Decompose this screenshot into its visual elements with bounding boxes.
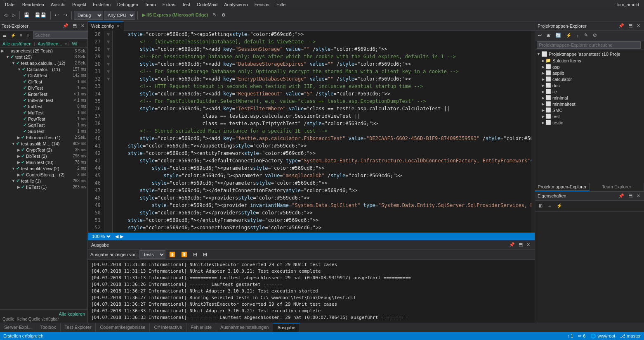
toolbar-btn-forward[interactable]: ▷ xyxy=(10,11,17,19)
list-item[interactable]: ▼ ✔ test.asp.calcula... (12) 2 Sek. xyxy=(0,60,87,66)
tab-webconfig[interactable]: Web.config ✕ xyxy=(88,21,124,31)
fold-btn[interactable]: ▼ xyxy=(104,53,112,60)
scrollbar-vertical[interactable] xyxy=(531,31,535,233)
fold-btn[interactable]: ▼ xyxy=(104,31,112,38)
test-toolbar-btn-1[interactable]: ☰ xyxy=(1,32,8,38)
list-item[interactable]: ▶ ✔ DbTest (2) 796 ms xyxy=(0,153,87,159)
list-item[interactable]: ✔ DivTest 1 ms xyxy=(0,85,87,91)
toolbar-btn-undo[interactable]: ↩ xyxy=(53,11,61,19)
list-item[interactable]: ▼ ✔ test (29) 3 Sek. xyxy=(0,54,87,60)
list-item[interactable]: ✔ PowTest 1 ms xyxy=(0,116,87,122)
list-item[interactable]: ▶ ✔ MainTest (10) 78 ms xyxy=(0,159,87,165)
sol-close-icon[interactable]: ✕ xyxy=(635,23,642,29)
prop-float-icon[interactable]: ⬒ xyxy=(627,193,634,199)
list-item[interactable]: ▶ ✔ FibonacciTest (1) 2 Sek. xyxy=(0,134,87,140)
menu-analysieren[interactable]: Analysieren xyxy=(221,1,251,8)
debug-config-select[interactable]: Debug Release xyxy=(74,11,103,20)
sol-item-asp[interactable]: ▶ ⬜ asp xyxy=(535,64,644,70)
menu-ansicht[interactable]: Ansicht xyxy=(47,1,69,8)
sol-item-iie[interactable]: ▶ ⬜ iie xyxy=(535,88,644,95)
menu-debuggen[interactable]: Debuggen xyxy=(114,1,142,8)
pin-icon[interactable]: 📌 xyxy=(61,23,70,29)
tab-team-explorer[interactable]: Team Explorer xyxy=(590,183,644,191)
menu-fenster[interactable]: Fenster xyxy=(251,1,273,8)
sol-item-asplib[interactable]: ▶ ⬜ asplib xyxy=(535,70,644,76)
menu-hilfe[interactable]: Hilfe xyxy=(273,1,289,8)
list-item[interactable]: ▼ ✔ test.asplib.M... (14) 909 ms xyxy=(0,140,87,147)
scroll-left-icon[interactable]: ◀ xyxy=(115,234,118,239)
list-item[interactable]: ✔ InitEnterTest < 1 ms xyxy=(0,97,87,103)
float-icon[interactable]: ⬒ xyxy=(71,23,78,29)
tab-test-explorer[interactable]: Test-Explorer xyxy=(61,323,96,332)
output-content[interactable]: [04.07.2018 11:31:08 Informational] NUni… xyxy=(88,260,535,323)
toolbar-btn-save[interactable]: 💾 xyxy=(22,11,32,19)
list-item[interactable]: ✔ SubTest 1 ms xyxy=(0,128,87,134)
fold-btn[interactable]: ▼ xyxy=(104,38,112,45)
alle-kopieren-link[interactable]: Alle kopieren xyxy=(2,311,85,317)
tab-close-icon[interactable]: ✕ xyxy=(116,24,120,29)
solution-search-input[interactable] xyxy=(537,41,641,49)
sol-toolbar-btn1[interactable]: ↩ xyxy=(536,31,544,39)
output-btn-4[interactable]: ⊞ xyxy=(201,250,209,259)
output-btn-3[interactable]: ⊟ xyxy=(191,250,199,259)
toolbar-btn-redo[interactable]: ↪ xyxy=(61,11,69,19)
sol-item-test[interactable]: ▶ ⬜ test xyxy=(535,113,644,119)
toolbar-btn-back[interactable]: ◁ xyxy=(2,11,9,19)
sol-toolbar-btn5[interactable]: ↕ xyxy=(575,32,581,39)
tab-codemetrik[interactable]: Codemetrikergebnisse xyxy=(96,323,150,332)
sol-item-calculator[interactable]: ▶ ⬜ calculator xyxy=(535,76,644,82)
wi-btn[interactable]: Wi xyxy=(71,41,78,47)
list-item[interactable]: ▼ ✔ Calculator... (11) 157 ms xyxy=(0,66,87,72)
sol-item-smc[interactable]: ▶ ⬜ SMC xyxy=(535,107,644,113)
tab-solution-explorer[interactable]: Projektmappen-Explorer xyxy=(535,183,590,191)
refresh-btn[interactable]: ↻ xyxy=(211,11,219,19)
menu-projekt[interactable]: Projekt xyxy=(69,1,90,8)
close-icon[interactable]: ✕ xyxy=(80,23,86,29)
test-toolbar-btn-2[interactable]: ⚡ xyxy=(9,32,17,38)
tab-toolbox[interactable]: Toolbox xyxy=(36,323,61,332)
sol-item-testie[interactable]: ▶ ⬜ testie xyxy=(535,119,644,126)
test-toolbar-btn-4[interactable]: ⏸ xyxy=(25,32,32,38)
sol-toolbar-btn3[interactable]: 🔄 xyxy=(553,31,563,39)
tab-fehlerliste[interactable]: Fehlerliste xyxy=(186,323,216,332)
editor-content[interactable]: style="color:#569cd6;"><appSettingsstyle… xyxy=(113,31,531,233)
list-item[interactable]: ✔ MulTest 1 ms xyxy=(0,109,87,116)
list-item[interactable]: ✔ ClrTest 1 ms xyxy=(0,78,87,85)
zoom-select[interactable]: 100 % 75 % 150 % xyxy=(90,233,112,239)
toolbar-btn-save-all[interactable]: 💾💾 xyxy=(33,11,48,19)
sol-float-icon[interactable]: ⬒ xyxy=(627,23,634,29)
list-item[interactable]: ✔ InitTest 8 ms xyxy=(0,103,87,109)
sol-item-minimal[interactable]: ▶ ⬜ minimal xyxy=(535,95,644,101)
test-search-input[interactable] xyxy=(33,31,94,39)
scroll-right-icon[interactable]: ▶ xyxy=(120,234,123,239)
list-item[interactable]: ✔ SqrtTest 1 ms xyxy=(0,122,87,128)
list-item[interactable]: ▼ ✔ test.iie (1) 263 ms xyxy=(0,178,87,184)
toolbar-extra-btn[interactable]: ⚙ xyxy=(219,11,228,19)
sol-toolbar-btn4[interactable]: ⚡ xyxy=(564,31,574,39)
list-item[interactable]: ▼ ✔ test.asplib.View (2) 2 ms xyxy=(0,165,87,171)
menu-extras[interactable]: Extras xyxy=(159,1,179,8)
output-btn-1[interactable]: ⏫ xyxy=(167,250,177,259)
menu-team[interactable]: Team xyxy=(142,1,159,8)
fold-btn[interactable]: ▼ xyxy=(104,45,112,53)
output-float-icon[interactable]: ⬒ xyxy=(517,242,524,248)
fold-btn[interactable]: ▼ xyxy=(104,75,112,83)
fold-btn[interactable]: ▼ xyxy=(104,60,112,68)
prop-group-btn[interactable]: ≡ xyxy=(546,202,553,209)
list-item[interactable]: ▶ ✔ ControlStorag... (2) 2 ms xyxy=(0,171,87,178)
list-item[interactable]: ▶ ✔ IIETest (1) 263 ms xyxy=(0,184,87,190)
run-all-btn[interactable]: Alle ausführen xyxy=(1,41,33,47)
tab-csharp-interactive[interactable]: C# Interactive xyxy=(150,323,186,332)
output-pin-icon[interactable]: 📌 xyxy=(508,242,516,248)
sol-item-doc[interactable]: ▶ ⬜ doc xyxy=(535,82,644,88)
run-button[interactable]: ▶ IIS Express (Microsoft Edge) xyxy=(140,11,210,19)
prop-pin-icon[interactable]: 📌 xyxy=(617,193,625,199)
prop-sort-btn[interactable]: ⊞ xyxy=(537,202,545,210)
output-close-icon[interactable]: ✕ xyxy=(525,242,531,248)
tab-ausnahme[interactable]: Ausnahmeeinstellungen xyxy=(216,323,273,332)
sol-item-solution-items[interactable]: ▶ 📁 Solution Items xyxy=(535,57,644,64)
tab-server-explorer[interactable]: Server-Expl... xyxy=(0,323,36,332)
menu-bearbeiten[interactable]: Bearbeiten xyxy=(19,1,47,8)
tab-ausgabe[interactable]: Ausgabe xyxy=(273,323,300,332)
output-source-select[interactable]: Tests Build Debug xyxy=(139,250,165,259)
